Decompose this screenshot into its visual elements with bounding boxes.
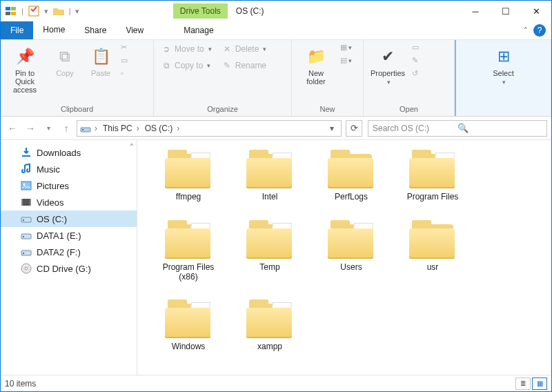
folder-perflogs[interactable]: PerfLogs: [319, 150, 383, 202]
tab-view[interactable]: View: [116, 21, 153, 39]
tree-item-label: Music: [37, 164, 60, 175]
breadcrumb-this-pc[interactable]: This PC: [100, 124, 142, 133]
tree-item-cd-drive-g-[interactable]: CD Drive (G:): [1, 260, 137, 277]
copy-to-button[interactable]: ⧉Copy to: [158, 59, 215, 72]
select-button[interactable]: ⊞ Select: [484, 43, 524, 88]
tab-home[interactable]: Home: [33, 21, 75, 39]
paste-icon: 📋: [90, 46, 112, 68]
new-item-icon[interactable]: ▦: [340, 43, 352, 52]
svg-rect-18: [23, 253, 24, 254]
tab-share[interactable]: Share: [75, 21, 116, 39]
tree-item-os-c-[interactable]: OS (C:): [1, 210, 137, 227]
folder-xampp[interactable]: xampp: [238, 300, 302, 352]
back-button[interactable]: ←: [5, 121, 20, 136]
ribbon-collapse-icon[interactable]: ˄: [524, 26, 528, 35]
tree-item-pictures[interactable]: Pictures: [1, 177, 137, 194]
copy-button[interactable]: ⧉ Copy: [49, 43, 81, 80]
new-folder-icon: 📁: [305, 46, 327, 68]
qat-customize-icon[interactable]: ▾: [75, 7, 79, 16]
navigation-tree[interactable]: ˄ DownloadsMusicPicturesVideosOS (C:)DAT…: [1, 140, 137, 375]
qat-dropdown-icon[interactable]: ▾: [44, 7, 48, 16]
crumb-root-arrow[interactable]: [91, 124, 100, 133]
search-input[interactable]: Search OS (C:) 🔍: [368, 120, 547, 137]
folder-windows[interactable]: Windows: [157, 300, 220, 352]
folder-icon: [164, 300, 213, 340]
folder-ffmpeg[interactable]: ffmpeg: [157, 150, 220, 202]
quick-access-toolbar: | ▾ | ▾: [1, 5, 83, 17]
folder-label: Program Files: [407, 193, 459, 202]
properties-button[interactable]: ✔ Properties: [368, 43, 408, 88]
content-pane[interactable]: ffmpegIntelPerfLogsProgram FilesProgram …: [137, 140, 551, 375]
folder-label: ffmpeg: [176, 193, 201, 202]
refresh-button[interactable]: ⟳: [346, 120, 362, 137]
open-icon[interactable]: ▭: [412, 43, 419, 52]
address-dropdown-icon[interactable]: ▾: [326, 124, 338, 133]
folder-label: Intel: [262, 193, 278, 202]
group-clipboard-label: Clipboard: [5, 104, 149, 115]
app-icon: [5, 5, 17, 17]
cut-icon[interactable]: ✂: [121, 43, 128, 52]
help-button[interactable]: ?: [533, 24, 546, 37]
forward-button[interactable]: →: [23, 121, 38, 136]
tab-file[interactable]: File: [1, 21, 33, 39]
navigation-row: ← → ▾ ↑ This PC OS (C:) ▾ ⟳ Search OS (C…: [1, 117, 551, 140]
breadcrumb-os-c[interactable]: OS (C:): [142, 124, 183, 133]
new-folder-button[interactable]: 📁 New folder: [296, 43, 336, 88]
details-view-button[interactable]: ≣: [515, 378, 531, 390]
close-button[interactable]: ✕: [521, 1, 551, 21]
folder-label: Program Files (x86): [157, 263, 220, 282]
icons-view-button[interactable]: ▦: [532, 378, 547, 390]
recent-locations-button[interactable]: ▾: [41, 121, 56, 136]
music-icon: [20, 163, 32, 175]
svg-rect-14: [23, 219, 24, 221]
svg-rect-3: [11, 12, 16, 15]
folder-usr[interactable]: usr: [401, 220, 464, 282]
copy-path-icon[interactable]: ▭: [121, 56, 128, 65]
tree-item-downloads[interactable]: Downloads: [1, 144, 137, 161]
folder-intel[interactable]: Intel: [238, 150, 302, 202]
folder-program-files-x86-[interactable]: Program Files (x86): [157, 220, 220, 282]
maximize-button[interactable]: ☐: [491, 1, 521, 21]
folder-temp[interactable]: Temp: [238, 220, 302, 282]
cd-icon: [20, 262, 32, 275]
svg-rect-12: [30, 199, 31, 206]
explorer-window: | ▾ | ▾ Drive Tools OS (C:) ─ ☐ ✕ File H…: [0, 0, 552, 392]
easy-access-icon[interactable]: ▤: [340, 56, 352, 65]
pin-to-quick-access-button[interactable]: 📌 Pin to Quick access: [5, 43, 45, 97]
tree-item-videos[interactable]: Videos: [1, 194, 137, 210]
minimize-button[interactable]: ─: [460, 1, 491, 21]
tree-item-data1-e-[interactable]: DATA1 (E:): [1, 227, 137, 244]
videos-icon: [20, 196, 32, 208]
tree-item-label: CD Drive (G:): [37, 264, 91, 274]
properties-qat-icon[interactable]: [28, 5, 40, 17]
folder-icon: [408, 220, 457, 260]
tree-item-music[interactable]: Music: [1, 161, 137, 177]
tree-item-label: Videos: [37, 197, 64, 208]
tree-scroll-up-icon[interactable]: ˄: [130, 143, 134, 152]
address-bar[interactable]: This PC OS (C:) ▾: [77, 120, 342, 137]
move-to-icon: ➲: [161, 44, 172, 54]
group-open-label: Open: [368, 104, 450, 115]
tree-item-label: OS (C:): [37, 214, 67, 224]
rename-button[interactable]: ✎Rename: [219, 59, 270, 72]
svg-rect-1: [11, 7, 16, 10]
edit-icon[interactable]: ✎: [412, 56, 419, 65]
delete-button[interactable]: ✕Delete: [219, 43, 270, 55]
svg-point-20: [25, 267, 28, 270]
paste-button[interactable]: 📋 Paste: [85, 43, 117, 80]
folder-users[interactable]: Users: [319, 220, 383, 282]
folder-label: Temp: [259, 263, 279, 273]
drive-icon: [20, 213, 32, 225]
folder-program-files[interactable]: Program Files: [401, 150, 464, 202]
history-icon[interactable]: ↺: [412, 69, 419, 78]
folder-icon: [245, 220, 295, 260]
tree-item-data2-f-[interactable]: DATA2 (F:): [1, 244, 137, 260]
up-button[interactable]: ↑: [59, 121, 74, 136]
folder-icon: [408, 150, 457, 190]
paste-shortcut-icon[interactable]: ▫: [121, 69, 128, 77]
move-to-button[interactable]: ➲Move to: [158, 43, 215, 55]
folder-label: Windows: [172, 342, 206, 352]
group-organize-label: Organize: [158, 104, 287, 115]
folder-qat-icon[interactable]: [52, 5, 65, 17]
tab-manage[interactable]: Manage: [174, 21, 223, 39]
